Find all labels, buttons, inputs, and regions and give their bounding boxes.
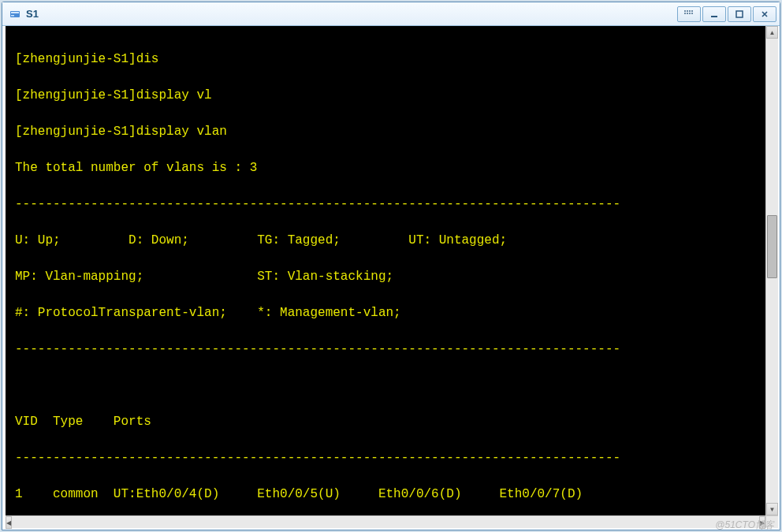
svg-rect-3 [684, 10, 686, 12]
divider-line: ----------------------------------------… [15, 195, 759, 214]
legend-line: MP: Vlan-mapping; ST: Vlan-stacking; [15, 268, 759, 286]
scroll-track[interactable] [12, 516, 759, 528]
legend-line: #: ProtocolTransparent-vlan; *: Manageme… [15, 304, 759, 322]
svg-rect-12 [736, 11, 743, 17]
table-row: 1 common UT:Eth0/0/4(D) Eth0/0/5(U) Eth0… [15, 485, 759, 504]
cli-line: [zhengjunjie-S1]dis [15, 50, 759, 69]
app-window: S1 [zhengjunjie-S1]dis [zhengjunjie-S1]d… [2, 2, 780, 530]
svg-rect-1 [11, 12, 19, 13]
svg-rect-4 [687, 10, 688, 12]
cli-line: [zhengjunjie-S1]display vlan [15, 123, 759, 141]
maximize-button[interactable] [728, 6, 751, 22]
scroll-down-button[interactable]: ▼ [766, 503, 778, 515]
scroll-right-button[interactable]: ▶ [759, 516, 765, 529]
vertical-scrollbar[interactable]: ▲ ▼ [765, 26, 778, 515]
svg-rect-8 [687, 13, 688, 14]
svg-rect-6 [691, 10, 693, 12]
cli-line: [zhengjunjie-S1]display vl [15, 87, 759, 105]
window-controls [677, 6, 776, 22]
blank-line [15, 377, 759, 395]
options-button[interactable] [677, 6, 701, 22]
scrollbar-corner [765, 515, 778, 528]
divider-line: ----------------------------------------… [15, 340, 759, 359]
app-icon [9, 8, 21, 20]
terminal-output[interactable]: [zhengjunjie-S1]dis [zhengjunjie-S1]disp… [6, 26, 765, 515]
svg-rect-7 [684, 13, 686, 14]
content-area: [zhengjunjie-S1]dis [zhengjunjie-S1]disp… [2, 26, 780, 530]
svg-rect-10 [691, 13, 693, 14]
scroll-thumb[interactable] [767, 215, 777, 278]
window-title: S1 [26, 8, 677, 20]
titlebar[interactable]: S1 [2, 2, 780, 26]
svg-rect-5 [689, 10, 691, 12]
svg-rect-11 [711, 16, 717, 17]
table-header: VID Type Ports [15, 413, 759, 431]
scroll-left-button[interactable]: ◀ [6, 516, 12, 529]
legend-line: U: Up; D: Down; TG: Tagged; UT: Untagged… [15, 232, 759, 250]
scroll-up-button[interactable]: ▲ [766, 26, 778, 39]
close-button[interactable] [753, 6, 776, 22]
scroll-track[interactable] [766, 39, 778, 503]
cli-line: The total number of vlans is : 3 [15, 159, 759, 177]
divider-line: ----------------------------------------… [15, 449, 759, 467]
horizontal-scrollbar[interactable]: ◀ ▶ [6, 515, 765, 528]
svg-rect-9 [689, 13, 691, 14]
minimize-button[interactable] [702, 6, 726, 22]
svg-rect-2 [11, 15, 14, 17]
